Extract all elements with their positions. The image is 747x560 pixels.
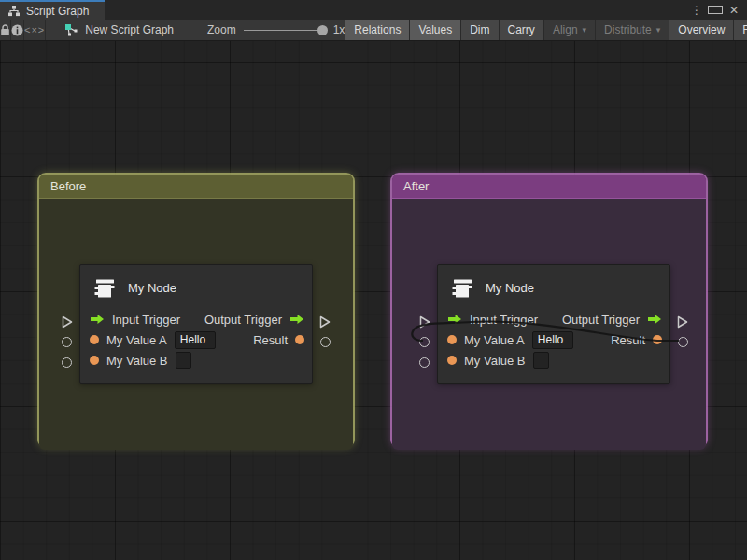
- align-dropdown: Align ▾: [543, 20, 595, 40]
- outer-result-marker[interactable]: [678, 337, 688, 347]
- zoom-label: Zoom: [207, 23, 236, 36]
- value-b-input[interactable]: [176, 352, 191, 369]
- node-header[interactable]: My Node: [438, 265, 669, 309]
- graph-canvas[interactable]: Before After My Node: [0, 41, 747, 560]
- value-b-input[interactable]: [533, 352, 549, 369]
- outer-flow-output-marker[interactable]: [677, 315, 688, 329]
- value-a-input[interactable]: [532, 331, 573, 349]
- zoom-control: Zoom 1x: [207, 20, 345, 40]
- unit-node-icon: [92, 277, 117, 300]
- zoom-value: 1x: [333, 23, 345, 36]
- outer-flow-output-marker[interactable]: [319, 315, 331, 329]
- flow-input-port-icon[interactable]: [447, 314, 462, 325]
- values-toggle[interactable]: Values: [409, 20, 460, 40]
- group-after-header[interactable]: After: [392, 175, 706, 199]
- value-input-port-icon[interactable]: [90, 356, 99, 365]
- lock-button[interactable]: [0, 20, 11, 40]
- port-row-trigger: Input Trigger Output Trigger: [438, 309, 669, 329]
- info-icon: [11, 24, 23, 36]
- graph-name-label: New Script Graph: [85, 23, 174, 36]
- value-input-port-icon[interactable]: [447, 356, 457, 365]
- node-my-node-before[interactable]: My Node Input Trigger Output Trigger: [79, 264, 313, 384]
- full-screen-button[interactable]: Full Scr: [733, 20, 747, 40]
- port-row-trigger: Input Trigger Output Trigger: [80, 309, 312, 329]
- overview-button[interactable]: Overview: [669, 20, 733, 40]
- node-title: My Node: [128, 281, 176, 295]
- group-title: Before: [50, 179, 86, 193]
- value-output-port-icon[interactable]: [653, 335, 662, 344]
- node-my-node-after[interactable]: My Node Input Trigger Output Trigger: [437, 264, 670, 384]
- value-input-port-icon[interactable]: [90, 335, 99, 344]
- flow-output-port-icon[interactable]: [289, 314, 304, 325]
- value-a-input[interactable]: [175, 331, 216, 349]
- lock-icon: [0, 24, 10, 36]
- value-output-port-icon[interactable]: [295, 335, 304, 344]
- group-title: After: [403, 179, 429, 193]
- tab-script-graph[interactable]: Script Graph: [0, 0, 105, 20]
- toolbar-right-buttons: Relations Values Dim Carry Align ▾ Distr…: [345, 20, 747, 40]
- zoom-slider[interactable]: [244, 30, 326, 31]
- chevron-down-icon: ▾: [583, 25, 587, 35]
- window-controls: ⋮ ✕: [689, 0, 747, 20]
- node-title: My Node: [486, 281, 534, 295]
- outer-value-b-marker[interactable]: [62, 357, 72, 368]
- port-row-value-a: My Value A Result: [80, 329, 312, 350]
- chevron-down-icon: ▾: [656, 25, 661, 35]
- code-icon: <×>: [24, 24, 45, 35]
- node-header[interactable]: My Node: [80, 265, 312, 309]
- dim-toggle[interactable]: Dim: [460, 20, 498, 40]
- tab-title: Script Graph: [26, 5, 89, 18]
- group-before-header[interactable]: Before: [39, 175, 353, 199]
- maximize-icon[interactable]: [708, 4, 723, 17]
- relations-toggle[interactable]: Relations: [345, 20, 409, 40]
- outer-value-a-marker[interactable]: [62, 337, 72, 347]
- window-tab-bar: Script Graph ⋮ ✕: [0, 0, 747, 20]
- script-graph-icon: [64, 23, 78, 36]
- value-input-port-icon[interactable]: [447, 335, 457, 344]
- outer-flow-input-marker[interactable]: [419, 315, 430, 329]
- graph-toolbar: <×> New Script Graph Zoom 1x Relations V…: [0, 20, 747, 41]
- port-row-value-a: My Value A Result: [438, 329, 669, 350]
- port-row-value-b: My Value B: [438, 350, 669, 371]
- outer-result-marker[interactable]: [320, 337, 331, 347]
- zoom-slider-handle[interactable]: [317, 25, 328, 35]
- port-row-value-b: My Value B: [80, 350, 312, 371]
- flow-output-port-icon[interactable]: [647, 314, 662, 325]
- preview-code-button[interactable]: <×>: [24, 20, 46, 40]
- unit-node-icon: [450, 277, 474, 300]
- inspect-button[interactable]: [11, 20, 24, 40]
- outer-flow-input-marker[interactable]: [62, 315, 73, 329]
- kebab-menu-icon[interactable]: ⋮: [689, 4, 704, 17]
- graph-name-breadcrumb[interactable]: New Script Graph: [51, 20, 187, 40]
- close-icon[interactable]: ✕: [726, 4, 741, 17]
- outer-value-b-marker[interactable]: [419, 357, 430, 368]
- graph-hierarchy-icon: [7, 5, 21, 17]
- outer-value-a-marker[interactable]: [419, 337, 430, 347]
- carry-toggle[interactable]: Carry: [499, 20, 543, 40]
- flow-input-port-icon[interactable]: [90, 314, 105, 325]
- distribute-dropdown: Distribute ▾: [595, 20, 669, 40]
